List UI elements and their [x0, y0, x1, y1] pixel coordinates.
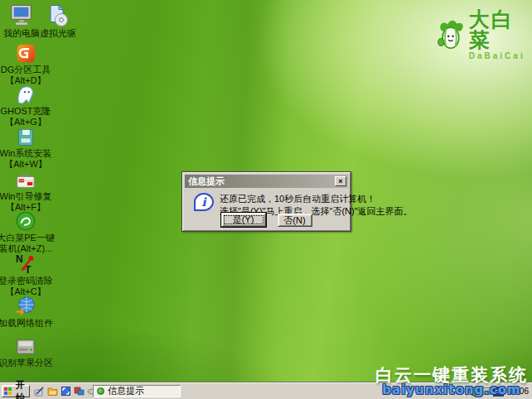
hdd-icon [15, 337, 36, 357]
desktop-icon-pe-install[interactable]: 大白菜PE一键 装机(Alt+Z)... [0, 210, 56, 253]
display-settings-icon[interactable] [74, 386, 85, 397]
dialog-titlebar[interactable]: 信息提示 × [185, 175, 348, 188]
brand-subtitle: DaBaiCai [469, 52, 532, 60]
desktop-icon-dg-partition[interactable]: DG分区工具 【Alt+D】 [0, 43, 56, 85]
icon-label: Win系统安装 [0, 149, 51, 158]
icon-label: 识别苹果分区 [0, 358, 53, 368]
info-dialog: 信息提示 × i 还原已完成，10秒后自动重启计算机！ 选择"是(Y)"马上重启… [181, 171, 351, 232]
start-button[interactable]: 开始 [2, 385, 30, 397]
file-explorer-icon[interactable] [47, 386, 58, 397]
desktop-icon-ghost-clone[interactable]: GHOST克隆 【Alt+G】 [0, 84, 56, 127]
close-icon: × [338, 178, 342, 185]
icon-hotkey: 【Alt+W】 [4, 160, 47, 169]
info-glyph: i [201, 196, 206, 208]
desktop-icon-virtual-cd[interactable]: 虚拟光驱 [27, 4, 89, 38]
quick-launch [34, 386, 98, 397]
no-button[interactable]: 否(N) [278, 214, 312, 227]
brand-title: 大白菜 [469, 9, 532, 50]
svg-text:N: N [16, 253, 23, 265]
desktop: 大白菜 DaBaiCai 我的电脑 虚拟光驱 DG分区工具 【Al [0, 0, 532, 399]
yes-button[interactable]: 是(Y) [221, 213, 266, 227]
ghost-icon [15, 84, 36, 105]
icon-label: Win引导修复 [0, 192, 51, 201]
pe-onekey-icon [15, 210, 36, 232]
dg-partition-icon [16, 43, 36, 64]
icon-label: 登录密码清除 [0, 276, 53, 286]
network-globe-icon [15, 296, 36, 317]
icon-hotkey: 装机(Alt+Z)... [0, 244, 52, 253]
dialog-message-line1: 还原已完成，10秒后自动重启计算机！ [220, 193, 413, 205]
desktop-icon-network[interactable]: 加载网络组件 [0, 296, 56, 328]
virtual-cd-icon [46, 4, 70, 27]
nt-password-icon: N T [15, 253, 36, 275]
watermark-url: baiyunxitong.com [375, 384, 528, 397]
watermark: 白云一键重装系统 baiyunxitong.com [375, 366, 528, 397]
win-install-icon [16, 127, 36, 147]
desktop-icon-password-clear[interactable]: N T 登录密码清除 【Alt+C】 [0, 253, 56, 296]
icon-label: 加载网络组件 [0, 319, 53, 328]
icon-label: 大白菜PE一键 [0, 233, 55, 243]
start-logo-icon [4, 387, 12, 395]
info-icon: i [194, 193, 214, 211]
icon-label: GHOST克隆 [0, 107, 51, 116]
icon-label: 虚拟光驱 [40, 29, 76, 38]
taskbar-item-info[interactable]: 信息提示 [93, 385, 181, 397]
icon-label: DG分区工具 [1, 65, 51, 75]
boot-repair-icon [15, 171, 36, 190]
desktop-icon-boot-repair[interactable]: Win引导修复 【Alt+F】 [0, 171, 56, 212]
dabaicai-logo: 大白菜 DaBaiCai [436, 9, 532, 60]
info-task-icon [97, 387, 104, 395]
start-label: 开始 [13, 379, 27, 399]
taskbar-item-label: 信息提示 [108, 385, 144, 397]
desktop-icon-apple-partition[interactable]: 识别苹果分区 [0, 337, 56, 368]
show-desktop-icon[interactable] [34, 386, 45, 397]
close-button[interactable]: × [335, 176, 346, 186]
icon-hotkey: 【Alt+G】 [5, 118, 46, 127]
desktop-icon-win-install[interactable]: Win系统安装 【Alt+W】 [0, 127, 56, 169]
screen-capture-icon[interactable] [60, 386, 71, 397]
dialog-title: 信息提示 [188, 175, 335, 188]
cabbage-mascot-icon [436, 18, 466, 51]
watermark-title: 白云一键重装系统 [375, 366, 528, 383]
